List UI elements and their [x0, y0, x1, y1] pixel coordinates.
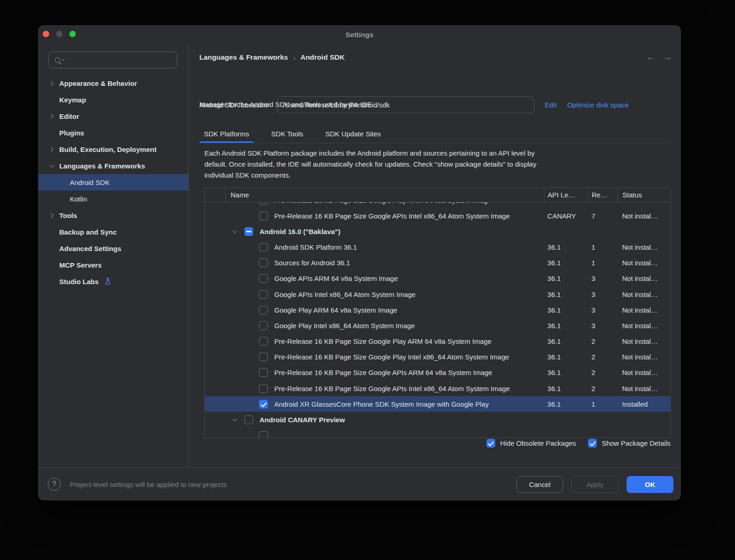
option-hide-obsolete-packages[interactable]: Hide Obsolete Packages	[486, 439, 576, 448]
table-row[interactable]: Google Play ARM 64 v8a System Image36.13…	[205, 302, 670, 318]
checkbox-unchecked-icon[interactable]	[259, 353, 268, 361]
settings-window: Settings Appearance & BehaviorKeymapEdit…	[38, 25, 681, 500]
sidebar-item-appearance-behavior[interactable]: Appearance & Behavior	[38, 75, 188, 91]
sidebar-item-keymap[interactable]: Keymap	[38, 91, 188, 108]
apply-button[interactable]: Apply	[571, 476, 618, 493]
status-column-header[interactable]: Status	[617, 188, 670, 202]
api-level-cell: 36.1	[544, 385, 588, 392]
back-arrow-icon[interactable]: ←	[646, 51, 656, 62]
checkbox-unchecked-icon[interactable]	[259, 384, 268, 393]
table-row[interactable]: Pre-Release 16 KB Page Size Google APIs …	[205, 381, 670, 396]
chevron-right-icon	[49, 147, 54, 151]
api-level-column-header[interactable]: API Le…	[544, 188, 588, 202]
checkbox-unchecked-icon[interactable]	[259, 368, 268, 377]
table-row[interactable]	[205, 428, 670, 437]
breadcrumb-parent[interactable]: Languages & Frameworks	[199, 53, 288, 62]
table-row[interactable]: Android CANARY Preview	[205, 412, 670, 427]
sidebar-item-studio-labs[interactable]: Studio Labs	[38, 273, 188, 290]
checkbox-checked-icon[interactable]	[486, 439, 495, 448]
table-row[interactable]: Pre-Release 16 KB Page Size Google Play …	[205, 334, 670, 349]
api-level-cell: 36.1	[544, 353, 588, 361]
sidebar-item-label: Editor	[59, 112, 79, 120]
package-name: Pre-Release 16 KB Page Size Google APIs …	[274, 369, 492, 376]
table-row[interactable]: Pre-Release 16 KB Page Size Google APIs …	[205, 208, 670, 224]
sidebar-item-languages-frameworks[interactable]: Languages & Frameworks	[38, 157, 188, 174]
help-icon[interactable]: ?	[48, 478, 61, 491]
sidebar-item-editor[interactable]: Editor	[38, 108, 188, 124]
package-name: Pre-Release 16 KB Page Size Google Play …	[274, 353, 509, 361]
table-row[interactable]: Pre-Release 16 KB Page Size Google Play …	[205, 202, 670, 208]
package-name: Pre-Release 16 KB Page Size Google APIs …	[274, 385, 510, 392]
checkbox-checked-icon[interactable]	[259, 400, 268, 409]
chevron-down-icon[interactable]	[232, 229, 237, 233]
settings-search-field[interactable]	[48, 51, 177, 68]
sidebar-item-tools[interactable]: Tools	[38, 207, 188, 224]
sidebar-item-plugins[interactable]: Plugins	[38, 124, 188, 141]
checkbox-indeterminate-icon[interactable]	[244, 227, 253, 236]
cancel-button[interactable]: Cancel	[516, 476, 563, 493]
sidebar-item-advanced-settings[interactable]: Advanced Settings	[38, 240, 188, 257]
table-row[interactable]: Android XR GlassesCore Phone SDK System …	[205, 396, 670, 412]
sdk-location-row: Android SDK Location: Edit Optimize disk…	[199, 96, 629, 113]
checkbox-unchecked-icon[interactable]	[259, 431, 268, 437]
name-cell: Android 16.0 ("Baklava")	[205, 227, 544, 236]
table-row[interactable]: Pre-Release 16 KB Page Size Google Play …	[205, 349, 670, 365]
chevron-right-icon	[49, 213, 54, 218]
checkbox-unchecked-icon[interactable]	[259, 202, 268, 205]
table-row[interactable]: Pre-Release 16 KB Page Size Google APIs …	[205, 365, 670, 381]
name-column-header[interactable]: Name	[225, 188, 544, 202]
sidebar-item-android-sdk[interactable]: Android SDK	[38, 174, 188, 190]
tab-sdk-tools[interactable]: SDK Tools	[266, 124, 308, 143]
api-level-cell: 36.1	[544, 243, 588, 251]
table-row[interactable]: Google APIs ARM 64 v8a System Image36.13…	[205, 271, 670, 286]
checkbox-unchecked-icon[interactable]	[259, 321, 268, 330]
checkbox-unchecked-icon[interactable]	[259, 243, 268, 252]
status-cell: Not instal…	[617, 274, 670, 282]
tab-sdk-platforms[interactable]: SDK Platforms	[199, 124, 254, 143]
sidebar-item-label: Backup and Sync	[59, 228, 117, 236]
description-line: individual SDK components.	[204, 170, 537, 181]
checkbox-unchecked-icon[interactable]	[259, 306, 268, 314]
table-row[interactable]: Google APIs Intel x86_64 Atom System Ima…	[205, 286, 670, 302]
package-name: Google APIs ARM 64 v8a System Image	[274, 274, 398, 282]
checkbox-unchecked-icon[interactable]	[244, 415, 253, 424]
sidebar-item-kotlin[interactable]: Kotlin	[38, 190, 188, 207]
optimize-disk-space-link[interactable]: Optimize disk space	[567, 101, 629, 109]
status-cell: Installed	[617, 400, 670, 408]
table-row[interactable]: Android 16.0 ("Baklava")	[205, 224, 670, 239]
chevron-down-icon[interactable]	[232, 417, 237, 421]
sidebar-item-build-execution-deployment[interactable]: Build, Execution, Deployment	[38, 141, 188, 157]
checkbox-unchecked-icon[interactable]	[259, 258, 268, 267]
table-row[interactable]: Android SDK Platform 36.136.11Not instal…	[205, 239, 670, 255]
breadcrumb-separator-icon: ›	[293, 54, 295, 62]
option-show-package-details[interactable]: Show Package Details	[588, 439, 671, 448]
forward-arrow-icon[interactable]: →	[663, 51, 673, 62]
ok-button[interactable]: OK	[627, 476, 673, 493]
close-button[interactable]	[43, 31, 49, 37]
checkbox-unchecked-icon[interactable]	[259, 337, 268, 346]
sidebar-item-label: MCP Servers	[59, 261, 102, 269]
revision-cell: 1	[588, 259, 617, 267]
sidebar-item-label: Plugins	[59, 129, 84, 137]
api-level-cell: 36.1	[544, 400, 588, 408]
window-title: Settings	[38, 25, 681, 45]
zoom-button[interactable]	[69, 31, 76, 37]
checkbox-checked-icon[interactable]	[588, 439, 597, 448]
sidebar-item-mcp-servers[interactable]: MCP Servers	[38, 257, 188, 273]
table-row[interactable]: Sources for Android 36.136.11Not instal…	[205, 255, 670, 271]
sidebar-item-backup-and-sync[interactable]: Backup and Sync	[38, 224, 188, 240]
checkbox-unchecked-icon[interactable]	[259, 274, 268, 283]
revision-column-header[interactable]: Re…	[588, 188, 617, 202]
minimize-button[interactable]	[56, 31, 62, 37]
search-input[interactable]	[65, 56, 157, 64]
table-row[interactable]: Google Play Intel x86_64 Atom System Ima…	[205, 318, 670, 333]
revision-cell: 1	[588, 400, 617, 408]
status-cell: Not instal…	[617, 322, 670, 330]
search-icon	[55, 57, 60, 63]
sdk-location-input[interactable]	[277, 96, 534, 113]
expand-column-header	[205, 188, 225, 202]
edit-link[interactable]: Edit	[545, 101, 557, 109]
tab-sdk-update-sites[interactable]: SDK Update Sites	[321, 124, 385, 143]
checkbox-unchecked-icon[interactable]	[259, 290, 268, 299]
checkbox-unchecked-icon[interactable]	[259, 212, 268, 220]
